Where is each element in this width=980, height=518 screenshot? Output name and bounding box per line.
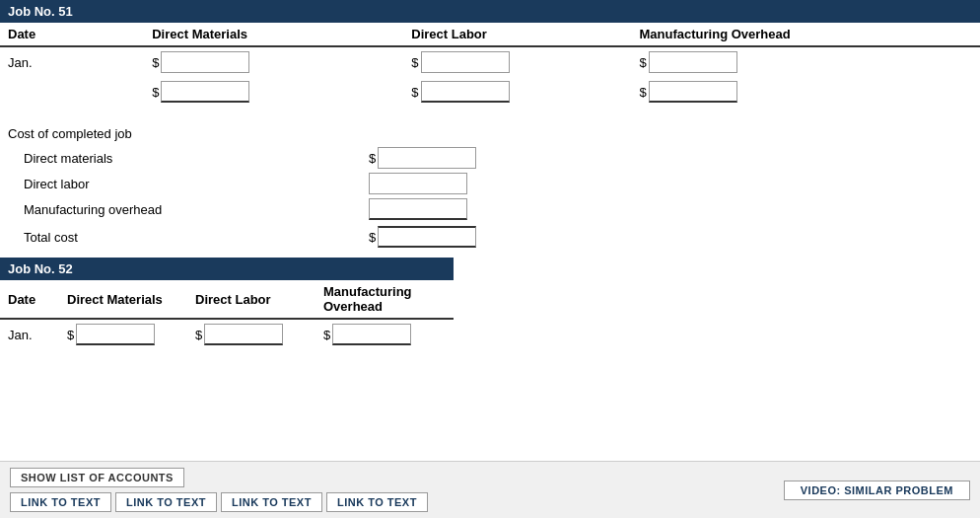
dollar-sign: $ <box>152 55 159 70</box>
dollar-sign: $ <box>411 85 418 100</box>
job2-row1-date: Jan. <box>0 319 59 349</box>
dm-label: Direct materials <box>24 151 369 166</box>
job2-header: Job No. 52 <box>0 258 454 280</box>
job2-row1-dm-input[interactable] <box>76 324 155 345</box>
dollar-sign: $ <box>640 55 647 70</box>
link-btn-2[interactable]: LINK TO TEXT <box>115 492 217 512</box>
bottom-toolbar: SHOW LIST OF ACCOUNTS LINK TO TEXT LINK … <box>0 461 980 518</box>
dollar-sign: $ <box>323 328 330 342</box>
job1-row1-dm-input[interactable] <box>161 51 249 73</box>
dollar-sign: $ <box>640 85 647 100</box>
job2-col-header-mo: Manufacturing Overhead <box>315 280 454 319</box>
video-similar-problem-button[interactable]: VIDEO: SIMILAR PROBLEM <box>784 481 970 500</box>
cost-dm-input[interactable] <box>378 147 476 169</box>
cost-row-mo: Manufacturing overhead <box>8 198 972 220</box>
job2-row1-dl-input[interactable] <box>204 324 283 345</box>
job1-row1-mo-input[interactable] <box>649 51 737 73</box>
cost-row-dl: Direct labor <box>8 173 972 194</box>
col-header-mo: Manufacturing Overhead <box>620 23 980 46</box>
dollar-sign: $ <box>67 328 74 342</box>
job1-row2-mo-input[interactable] <box>649 81 737 103</box>
job2-col-header-date: Date <box>0 280 59 319</box>
dollar-sign: $ <box>195 328 202 342</box>
link-btn-1[interactable]: LINK TO TEXT <box>10 492 111 512</box>
dl-label: Direct labor <box>24 177 369 191</box>
job1-row2-date <box>0 77 144 107</box>
col-header-date: Date <box>0 23 144 46</box>
link-btn-4[interactable]: LINK TO TEXT <box>326 492 428 512</box>
dollar-sign: $ <box>411 55 418 70</box>
job1-row1-date: Jan. <box>0 46 144 77</box>
cost-dl-input[interactable] <box>369 173 467 194</box>
total-label: Total cost <box>24 230 369 245</box>
mo-label: Manufacturing overhead <box>24 202 369 217</box>
job2-col-header-dm: Direct Materials <box>59 280 187 319</box>
col-header-dm: Direct Materials <box>144 23 403 46</box>
dollar-sign: $ <box>369 151 376 166</box>
total-cost-input[interactable] <box>378 226 476 248</box>
total-row: Total cost $ <box>8 226 972 248</box>
cost-summary-title: Cost of completed job <box>8 126 972 141</box>
link-btn-3[interactable]: LINK TO TEXT <box>221 492 322 512</box>
cost-mo-input[interactable] <box>369 198 467 220</box>
job2-col-header-dl: Direct Labor <box>187 280 315 319</box>
dollar-sign: $ <box>369 230 376 245</box>
job2-row1-mo-input[interactable] <box>332 324 411 345</box>
show-accounts-button[interactable]: SHOW LIST OF ACCOUNTS <box>10 468 184 487</box>
job1-header: Job No. 51 <box>0 0 980 23</box>
job1-row2-dl-input[interactable] <box>421 81 510 103</box>
job1-row2-dm-input[interactable] <box>161 81 249 103</box>
job1-row1-dl-input[interactable] <box>421 51 510 73</box>
dollar-sign: $ <box>152 85 159 100</box>
cost-row-dm: Direct materials $ <box>8 147 972 169</box>
col-header-dl: Direct Labor <box>403 23 619 46</box>
